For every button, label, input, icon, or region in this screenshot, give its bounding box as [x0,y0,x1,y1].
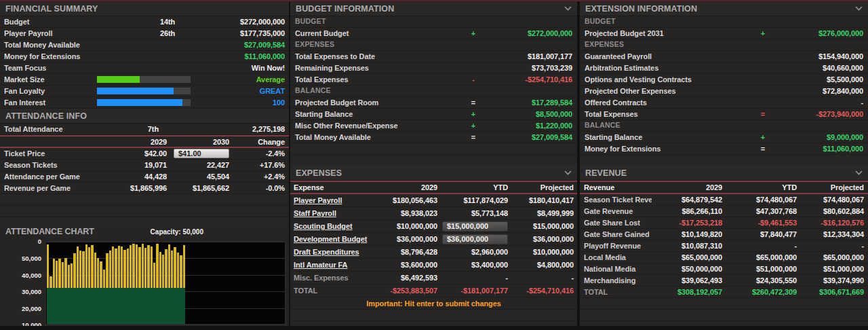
staff-payroll-projected: $8,499,999 [508,209,574,217]
row-ytd: - [722,242,797,250]
row-label: Budget [4,18,97,26]
row-value: -$254,710,416 [480,75,572,84]
y-tick-label: 0 [38,238,41,245]
empty-rows [580,298,868,326]
row-value: 100 [191,98,285,107]
draft-expenditures-link[interactable]: Draft Expenditures [294,248,378,256]
ticket-price-2029: $42.00 [96,149,167,158]
row-operator: = [467,98,480,107]
attendance-per-game-2029: 44,428 [96,172,167,181]
row-value: $272,000,000 [480,29,572,37]
left-panel: FINANCIAL SUMMARY Budget 14th $272,000,0… [0,1,289,326]
row-label: Total Money Available [4,41,97,49]
revenue-rows: Season Ticket Revenue $64,879,542 $74,48… [580,194,868,298]
intl-amateur-fa-link[interactable]: Intl Amateur FA [294,261,378,269]
row-label: EXPENSES [585,40,863,48]
row-2029: $308,192,057 [652,288,722,296]
empty-rows [290,143,577,166]
row-projected: $65,000,000 [797,253,864,261]
revenue-per-game-row: Revenue per Game $1,865,996 $1,865,662 -… [0,183,289,194]
row-ytd: $47,307,768 [722,207,797,215]
row-label: EXPENSES [295,40,572,48]
col-ytd: YTD [722,183,797,191]
ticket-price-input[interactable] [174,149,229,158]
extension-row: Projected Other Expenses $72,840,000 [580,86,868,97]
row-label: Fan Interest [4,98,97,107]
row-label: Market Size [4,75,97,84]
row-2029: $50,000,000 [652,265,722,273]
col-projected: Projected [797,183,864,191]
row-value: $73,703,239 [480,64,572,72]
player-payroll-link[interactable]: Player Payroll [294,196,378,204]
revenue-title: REVENUE [585,168,627,178]
extension-information-header[interactable]: EXTENSION INFORMATION [580,1,868,16]
financial-summary-title: FINANCIAL SUMMARY [5,4,98,14]
row-value: - [770,98,863,107]
right-panel: EXTENSION INFORMATION BUDGET Projected B… [580,1,868,326]
row-value: $40,660,000 [770,64,863,72]
extension-row: Money for Extensions = $11,060,000 [580,143,868,155]
extension-row: Starting Balance + $9,000,000 [580,132,868,143]
financial-summary-row: Market Size Average [0,74,289,86]
y-tick-label: 20,000 [22,305,41,312]
row-value: Average [191,75,285,84]
budget-row: BALANCE [290,86,577,97]
financial-summary-row: Fan Loyalty GREAT [0,86,289,97]
row-label: Remaining Expenses [295,64,467,72]
development-budget-link[interactable]: Development Budget [294,235,378,243]
row-label: Misc Other Revenue/Expense [295,122,467,130]
budget-information-title: BUDGET INFORMATION [296,4,394,14]
row-label: BALANCE [295,86,572,94]
misc-expenses-ytd: - [437,274,508,282]
financial-summary-row: Budget 14th $272,000,000 [0,16,289,28]
rating-bar-track [97,76,191,83]
expenses-total-row: TOTAL -$253,883,507 -$181,007,177 -$254,… [290,285,577,297]
financial-summary-rows: Budget 14th $272,000,000 Player Payroll … [0,16,289,109]
attendance-per-game-label: Attendance per Game [4,172,96,181]
chevron-down-icon[interactable] [564,170,572,175]
col-2029: 2029 [652,183,722,191]
y-tick-label: 50,000 [22,254,41,261]
staff-payroll-2029: $8,938,023 [378,209,437,217]
season-ticket-area [47,288,185,324]
staff-payroll-link[interactable]: Staff Payroll [294,209,378,217]
gridline [46,324,285,325]
row-operator: = [467,133,480,141]
row-label: Gate Share Gained [584,230,652,238]
chevron-down-icon[interactable] [855,6,863,11]
misc-expenses-label: Misc. Expenses [294,274,378,282]
draft-expenditures-2029: $8,796,428 [378,248,437,256]
total-attendance-value: 2,275,198 [229,125,285,133]
financial-summary-row: Money for Extensions $11,060,000 [0,51,289,62]
revenue-per-game-2030: $1,865,662 [167,184,229,192]
attendance-chart: 50,00040,00030,00020,00010,0000 [45,241,285,325]
budget-row: Starting Balance + $8,500,000 [290,109,577,120]
attendance-per-game-change: +2.4% [229,172,285,181]
row-ytd: $260,472,309 [722,288,797,296]
row-operator: - [467,75,480,84]
financial-summary-row: Player Payroll 26th $177,735,000 [0,28,289,39]
row-value: $1,220,000 [480,122,572,130]
chevron-down-icon[interactable] [855,170,863,175]
development-budget-input[interactable] [442,234,508,244]
revenue-header[interactable]: REVENUE [580,166,868,181]
scouting-budget-link[interactable]: Scouting Budget [294,222,378,230]
financial-summary-row: Fan Interest 100 [0,97,289,109]
row-label: Starting Balance [295,110,467,118]
row-label: Total Expenses [585,110,756,118]
revenue-row: Gate Revenue $86,266,110 $47,307,768 $80… [580,206,868,217]
submit-changes-note: Important: Hit enter to submit changes [290,297,577,310]
scouting-budget-input[interactable] [442,221,508,232]
player-payroll-row: Player Payroll $180,056,463 $117,874,029… [290,194,577,207]
row-label: Arbitration Estimates [585,64,756,72]
revenue-column-header: Revenue 2029 YTD Projected [580,182,868,193]
row-label: TOTAL [584,288,652,296]
row-ytd: $65,000,000 [722,253,797,261]
row-label: National Media [584,265,652,273]
chevron-down-icon[interactable] [564,6,572,11]
expenses-header[interactable]: EXPENSES [290,166,577,181]
empty-rows [290,310,577,326]
budget-information-header[interactable]: BUDGET INFORMATION [290,1,577,16]
revenue-row: Gate Share Lost -$17,253,218 -$9,461,553… [580,217,868,229]
row-value: $9,000,000 [770,133,863,141]
